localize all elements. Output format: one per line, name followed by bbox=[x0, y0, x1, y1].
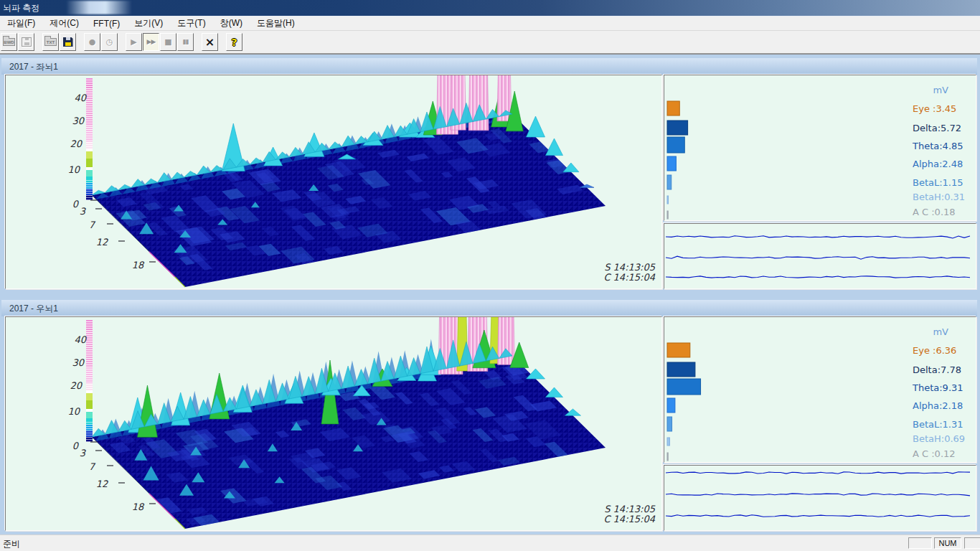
band-bar-betal bbox=[667, 417, 672, 431]
spectrum-3d-plot: 403020100371218S 14:13:05C 14:15:04 bbox=[5, 316, 662, 531]
current-time-label: C 14:15:04 bbox=[603, 514, 655, 524]
band-bar-theta bbox=[667, 137, 684, 153]
band-bar-delta bbox=[667, 121, 688, 135]
svg-text:40: 40 bbox=[74, 93, 87, 103]
band-bar-eye bbox=[667, 343, 690, 357]
band-value-betah: BetaH:0.31 bbox=[913, 192, 965, 202]
band-bar-delta bbox=[667, 362, 695, 377]
folder-txt-icon: TXT bbox=[44, 38, 57, 46]
status-indicator-num: NUM bbox=[934, 537, 961, 549]
band-value-eye: Eye :6.36 bbox=[913, 345, 956, 356]
open-txt-button[interactable]: TXT bbox=[42, 33, 59, 51]
menu-item-help[interactable]: 도움말(H) bbox=[250, 17, 302, 30]
stop-button[interactable]: ■ bbox=[160, 33, 176, 51]
band-value-betal: BetaL:1.31 bbox=[913, 419, 963, 430]
titlebar-gloss bbox=[66, 1, 132, 14]
svg-text:12: 12 bbox=[96, 479, 108, 489]
status-indicator-scrl bbox=[964, 537, 980, 549]
svg-text:18: 18 bbox=[132, 501, 145, 512]
menu-item-control[interactable]: 제어(C) bbox=[42, 17, 86, 30]
raw-signal-canvas bbox=[664, 224, 976, 288]
raw-signal-canvas bbox=[664, 466, 976, 530]
record-button[interactable]: ● bbox=[84, 33, 100, 51]
menu-item-tools[interactable]: 도구(T) bbox=[170, 17, 212, 30]
measurement-panel-right-brain: 2017 - 우뇌1 403020100371218S 14:13:05C 14… bbox=[1, 300, 977, 535]
save-bwd-button[interactable] bbox=[18, 33, 34, 51]
unit-label: mV bbox=[933, 85, 948, 95]
spectrum-3d-canvas: 403020100371218S 14:13:05C 14:15:04 bbox=[6, 317, 661, 530]
close-button[interactable]: × bbox=[202, 33, 218, 51]
band-bar-betal bbox=[667, 175, 672, 189]
title-bar: 뇌파 측정 bbox=[0, 0, 980, 17]
window-title: 뇌파 측정 bbox=[3, 2, 39, 14]
record-icon: ● bbox=[89, 38, 96, 46]
raw-signal-chart bbox=[664, 465, 976, 531]
band-bar-betah bbox=[667, 196, 669, 204]
status-text: 준비 bbox=[3, 538, 20, 550]
band-value-theta: Theta:4.85 bbox=[912, 141, 963, 151]
start-time-label: S 14:13:05 bbox=[604, 504, 655, 514]
folder-bwd-icon: BWD bbox=[3, 38, 15, 46]
band-value-betal: BetaL:1.15 bbox=[913, 177, 963, 188]
status-bar: 준비 NUM bbox=[0, 534, 980, 551]
menu-item-file[interactable]: 파일(F) bbox=[0, 17, 42, 30]
current-time-label: C 14:15:04 bbox=[603, 272, 655, 283]
band-value-alpha: Alpha:2.18 bbox=[913, 400, 963, 411]
pause-icon: ▮▮ bbox=[183, 39, 189, 45]
panel-header: 2017 - 좌뇌1 bbox=[1, 58, 977, 75]
stop-icon: ■ bbox=[164, 38, 171, 46]
band-power-canvas: mVEye :3.45Delta:5.72Theta:4.85Alpha:2.4… bbox=[664, 75, 976, 220]
svg-text:20: 20 bbox=[70, 380, 83, 391]
app-window: 뇌파 측정 파일(F)제어(C)FFT(F)보기(V)도구(T)창(W)도움말(… bbox=[0, 0, 980, 551]
start-time-label: S 14:13:05 bbox=[604, 262, 655, 273]
play-button[interactable]: ▶ bbox=[126, 33, 142, 51]
play-icon: ▶ bbox=[131, 38, 136, 46]
open-bwd-button[interactable]: BWD bbox=[1, 33, 17, 51]
band-value-ac: A C :0.12 bbox=[913, 448, 956, 459]
band-power-chart: mVEye :6.36Delta:7.78Theta:9.31Alpha:2.1… bbox=[664, 316, 976, 463]
band-bar-ac bbox=[667, 211, 668, 219]
band-value-delta: Delta:5.72 bbox=[913, 123, 961, 133]
band-value-delta: Delta:7.78 bbox=[913, 364, 961, 375]
svg-text:20: 20 bbox=[70, 138, 83, 149]
save-txt-button[interactable] bbox=[60, 33, 76, 51]
band-bar-betah bbox=[667, 438, 669, 446]
timer-button[interactable]: ◷ bbox=[101, 33, 118, 51]
stopwatch-icon: ◷ bbox=[106, 38, 113, 46]
unit-label: mV bbox=[933, 326, 948, 337]
band-power-canvas: mVEye :6.36Delta:7.78Theta:9.31Alpha:2.1… bbox=[664, 317, 976, 462]
floppy-color-icon bbox=[63, 37, 73, 47]
band-value-betah: BetaH:0.69 bbox=[913, 433, 965, 444]
help-button[interactable]: ? bbox=[226, 33, 242, 51]
pause-button[interactable]: ▮▮ bbox=[177, 33, 194, 51]
spectrum-3d-canvas: 403020100371218S 14:13:05C 14:15:04 bbox=[6, 75, 661, 288]
status-indicator-cap bbox=[908, 537, 932, 549]
menu-bar: 파일(F)제어(C)FFT(F)보기(V)도구(T)창(W)도움말(H) bbox=[0, 17, 980, 31]
floppy-gray-icon bbox=[22, 37, 32, 47]
band-value-alpha: Alpha:2.48 bbox=[913, 159, 963, 169]
menu-item-fft[interactable]: FFT(F) bbox=[86, 18, 127, 29]
ffwd-button[interactable]: ▶▶ bbox=[143, 33, 159, 51]
client-area: 2017 - 좌뇌1 403020100371218S 14:13:05C 14… bbox=[0, 54, 980, 534]
band-bar-ac bbox=[667, 453, 668, 461]
svg-text:10: 10 bbox=[67, 164, 80, 175]
band-value-ac: A C :0.18 bbox=[913, 207, 956, 217]
band-bar-theta bbox=[667, 379, 701, 395]
raw-signal-chart bbox=[664, 223, 976, 289]
fast-forward-icon: ▶▶ bbox=[147, 39, 156, 45]
band-power-chart: mVEye :3.45Delta:5.72Theta:4.85Alpha:2.4… bbox=[664, 75, 976, 221]
band-bar-alpha bbox=[667, 156, 676, 171]
panel-title: 2017 - 우뇌1 bbox=[9, 303, 58, 315]
panel-header: 2017 - 우뇌1 bbox=[1, 300, 977, 316]
spectrum-3d-plot: 403020100371218S 14:13:05C 14:15:04 bbox=[5, 75, 662, 289]
svg-text:12: 12 bbox=[96, 237, 108, 248]
menu-item-window[interactable]: 창(W) bbox=[213, 17, 250, 30]
svg-text:30: 30 bbox=[72, 357, 85, 368]
menu-item-view[interactable]: 보기(V) bbox=[127, 17, 170, 30]
measurement-panel-left-brain: 2017 - 좌뇌1 403020100371218S 14:13:05C 14… bbox=[1, 58, 977, 293]
help-icon: ? bbox=[231, 37, 237, 47]
band-value-eye: Eye :3.45 bbox=[913, 103, 956, 114]
svg-text:18: 18 bbox=[132, 260, 145, 270]
band-bar-eye bbox=[667, 101, 679, 116]
close-icon: × bbox=[205, 37, 215, 48]
